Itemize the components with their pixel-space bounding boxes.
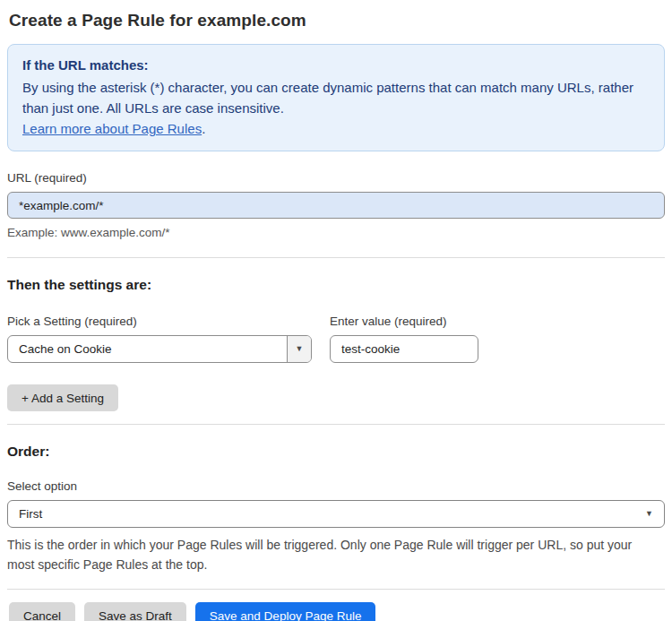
form-actions: Cancel Save as Draft Save and Deploy Pag… [7, 602, 665, 621]
url-match-info-box: If the URL matches: By using the asteris… [7, 44, 665, 151]
setting-select-value: Cache on Cookie [8, 336, 287, 362]
page-title: Create a Page Rule for example.com [9, 11, 665, 30]
page-rule-form: Create a Page Rule for example.com If th… [0, 0, 672, 621]
info-link-line: Learn more about Page Rules. [22, 118, 650, 139]
link-suffix: . [202, 121, 205, 136]
setting-value-column: Enter value (required) [330, 293, 478, 363]
order-select[interactable]: First ▼ [7, 500, 665, 528]
order-select-label: Select option [7, 479, 665, 493]
order-helper-text: This is the order in which your Page Rul… [7, 535, 652, 574]
info-box-body: By using the asterisk (*) character, you… [22, 77, 641, 118]
divider [7, 257, 665, 258]
settings-section-heading: Then the settings are: [7, 277, 665, 293]
cancel-button[interactable]: Cancel [9, 602, 75, 621]
learn-more-link[interactable]: Learn more about Page Rules [22, 121, 202, 136]
settings-row: Pick a Setting (required) Cache on Cooki… [7, 293, 665, 363]
info-box-heading: If the URL matches: [22, 55, 650, 75]
order-select-value: First [19, 507, 42, 521]
add-setting-button[interactable]: + Add a Setting [7, 384, 118, 411]
url-field-label: URL (required) [7, 171, 665, 185]
setting-picker-column: Pick a Setting (required) Cache on Cooki… [7, 293, 312, 363]
setting-select[interactable]: Cache on Cookie ▼ [7, 335, 312, 363]
chevron-down-icon: ▼ [296, 345, 304, 353]
order-section-heading: Order: [7, 444, 665, 460]
setting-value-label: Enter value (required) [330, 315, 478, 328]
divider [7, 424, 665, 425]
setting-select-arrow-button[interactable]: ▼ [287, 336, 311, 362]
chevron-down-icon: ▼ [645, 510, 653, 518]
save-as-draft-button[interactable]: Save as Draft [84, 602, 186, 621]
setting-value-input[interactable] [330, 335, 478, 363]
save-and-deploy-button[interactable]: Save and Deploy Page Rule [195, 602, 376, 621]
divider [7, 589, 665, 590]
url-input[interactable] [7, 192, 665, 219]
url-example-text: Example: www.example.com/* [7, 226, 665, 239]
setting-picker-label: Pick a Setting (required) [7, 315, 312, 328]
